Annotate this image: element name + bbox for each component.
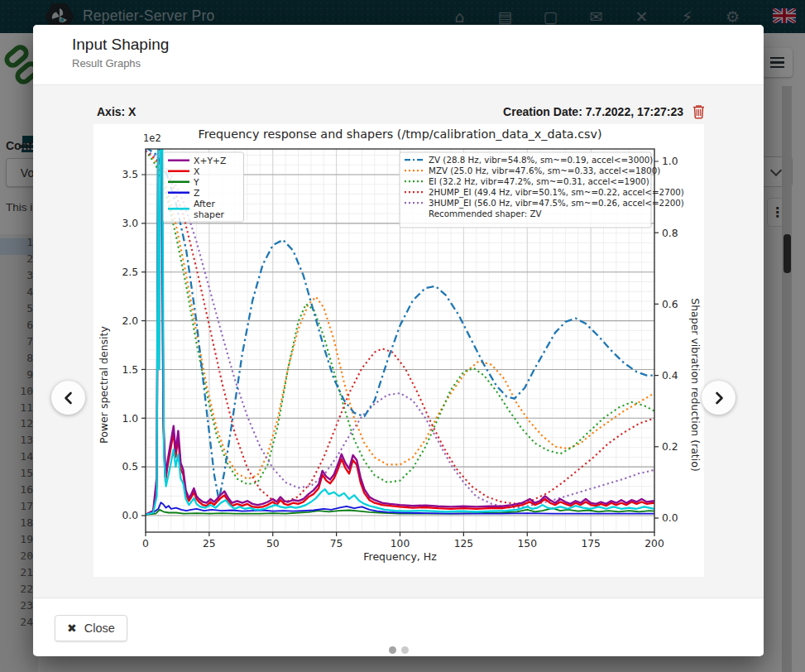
svg-text:200: 200 — [644, 538, 664, 550]
svg-text:0.6: 0.6 — [662, 299, 678, 310]
chart-container: 02550751001251501752000.00.51.01.52.02.5… — [93, 124, 704, 577]
svg-text:MZV (25.0 Hz, vibr=47.6%, sm~=: MZV (25.0 Hz, vibr=47.6%, sm~=0.33, acce… — [429, 166, 660, 175]
chevron-right-icon — [712, 391, 726, 406]
svg-text:0.0: 0.0 — [662, 512, 678, 524]
svg-text:Y: Y — [193, 177, 199, 188]
svg-text:Frequency, Hz: Frequency, Hz — [363, 550, 437, 563]
dialog-subtitle: Result Graphs — [72, 57, 744, 70]
carousel-prev-button[interactable] — [51, 381, 85, 415]
svg-text:50: 50 — [266, 538, 279, 550]
slide-header: Axis: X Creation Date: 7.7.2022, 17:27:2… — [33, 85, 764, 122]
svg-text:100: 100 — [390, 538, 409, 550]
svg-text:ZV (28.8 Hz, vibr=54.8%, sm~=0: ZV (28.8 Hz, vibr=54.8%, sm~=0.19, accel… — [429, 155, 653, 165]
svg-text:0.8: 0.8 — [662, 228, 678, 239]
svg-text:75: 75 — [329, 538, 343, 550]
svg-text:175: 175 — [581, 538, 600, 550]
svg-text:1.5: 1.5 — [122, 364, 138, 376]
svg-text:1e2: 1e2 — [143, 132, 161, 144]
svg-text:3HUMP_EI (56.0 Hz, vibr=47.5%,: 3HUMP_EI (56.0 Hz, vibr=47.5%, sm~=0.26,… — [429, 198, 684, 209]
carousel-dot-2[interactable] — [401, 646, 409, 654]
svg-text:2HUMP_EI (49.4 Hz, vibr=50.1%,: 2HUMP_EI (49.4 Hz, vibr=50.1%, sm~=0.22,… — [429, 187, 684, 198]
svg-text:150: 150 — [517, 538, 536, 550]
svg-text:0.5: 0.5 — [122, 461, 138, 473]
creation-date-label: Creation Date: 7.7.2022, 17:27:23 — [503, 105, 683, 118]
svg-text:25: 25 — [203, 538, 216, 550]
screen: Repetier-Server Pro ⌂▤▢✉✕⚡⚙ Confi Vo Thi… — [0, 0, 805, 672]
carousel-next-button[interactable] — [702, 381, 736, 415]
svg-text:3.5: 3.5 — [122, 169, 138, 180]
svg-text:X+Y+Z: X+Y+Z — [194, 156, 226, 166]
svg-text:shaper: shaper — [194, 209, 225, 220]
dialog-title: Input Shaping — [72, 36, 744, 54]
svg-text:After: After — [194, 199, 215, 209]
carousel-dots — [33, 646, 764, 654]
input-shaping-dialog: Input Shaping Result Graphs Axis: X Crea… — [33, 25, 764, 656]
svg-text:0: 0 — [142, 538, 149, 550]
dialog-body: Axis: X Creation Date: 7.7.2022, 17:27:2… — [33, 85, 764, 598]
axis-label: Axis: X — [97, 105, 136, 118]
svg-text:Frequency response and shapers: Frequency response and shapers (/tmp/cal… — [198, 127, 601, 141]
svg-text:Recommended shaper: ZV: Recommended shaper: ZV — [429, 209, 542, 218]
svg-text:2.5: 2.5 — [122, 266, 138, 278]
trash-icon — [692, 103, 706, 119]
close-x-icon: ✖ — [67, 622, 77, 635]
svg-text:125: 125 — [453, 538, 472, 550]
svg-text:1.0: 1.0 — [662, 156, 678, 167]
close-button[interactable]: ✖ Close — [55, 615, 127, 641]
svg-text:1.0: 1.0 — [122, 413, 138, 425]
svg-text:X: X — [194, 166, 200, 177]
close-button-label: Close — [84, 622, 115, 635]
svg-text:0.2: 0.2 — [662, 441, 678, 453]
svg-text:0.4: 0.4 — [662, 370, 678, 382]
frequency-response-chart: 02550751001251501752000.00.51.01.52.02.5… — [93, 124, 704, 577]
carousel-dot-1[interactable] — [389, 646, 396, 654]
svg-text:2.0: 2.0 — [122, 315, 138, 327]
svg-text:EI (32.2 Hz, vibr=47.2%, sm~=0: EI (32.2 Hz, vibr=47.2%, sm~=0.31, accel… — [429, 176, 649, 186]
svg-text:0.0: 0.0 — [122, 510, 138, 521]
chevron-left-icon — [61, 391, 76, 406]
svg-text:Shaper vibration reduction (ra: Shaper vibration reduction (ratio) — [689, 298, 702, 472]
delete-result-button[interactable] — [692, 103, 706, 119]
svg-text:Z: Z — [194, 188, 199, 199]
svg-text:3.0: 3.0 — [122, 218, 138, 229]
dialog-header: Input Shaping Result Graphs — [33, 25, 764, 85]
svg-text:Power spectral density: Power spectral density — [98, 326, 110, 444]
